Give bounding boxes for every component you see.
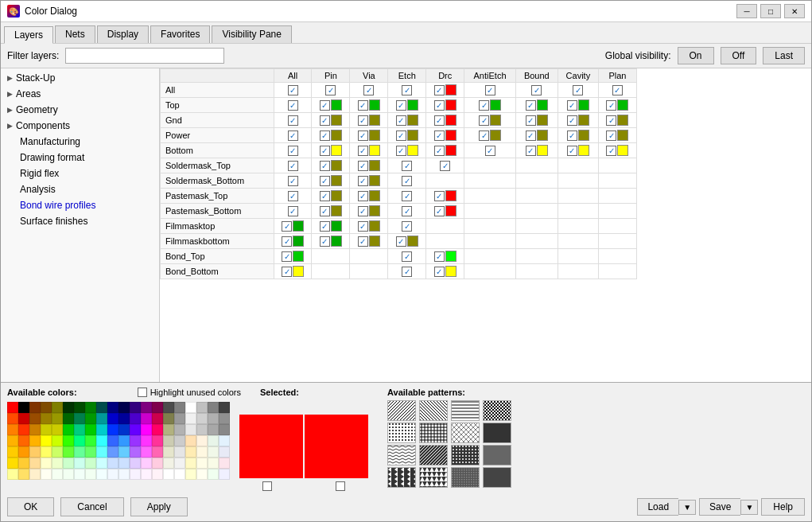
grid-color-box[interactable] xyxy=(331,190,342,201)
sidebar-item-rigid-flex[interactable]: Rigid flex xyxy=(1,166,159,181)
pattern-cell[interactable] xyxy=(387,467,416,488)
grid-color-box[interactable] xyxy=(369,145,380,156)
grid-cell[interactable] xyxy=(274,113,312,128)
grid-color-box[interactable] xyxy=(369,160,380,171)
grid-cell[interactable] xyxy=(350,249,388,264)
help-button[interactable]: Help xyxy=(761,498,805,516)
grid-cell[interactable] xyxy=(464,143,516,158)
grid-checkbox[interactable] xyxy=(358,161,368,171)
color-cell[interactable] xyxy=(152,469,163,480)
pattern-cell[interactable] xyxy=(419,423,448,443)
color-cell[interactable] xyxy=(85,413,96,424)
grid-checkbox[interactable] xyxy=(358,236,368,247)
grid-color-box[interactable] xyxy=(369,190,380,201)
color-cell[interactable] xyxy=(96,413,107,424)
grid-cell[interactable] xyxy=(350,113,388,128)
pattern-cell[interactable] xyxy=(451,467,480,488)
color-cell[interactable] xyxy=(29,469,41,480)
grid-cell[interactable] xyxy=(598,173,636,189)
color-cell[interactable] xyxy=(74,402,85,413)
color-cell[interactable] xyxy=(141,458,152,469)
grid-cell[interactable] xyxy=(515,264,558,279)
visibility-off-button[interactable]: Off xyxy=(721,47,757,64)
color-cell[interactable] xyxy=(208,469,219,480)
color-cell[interactable] xyxy=(29,413,41,424)
tab-display[interactable]: Display xyxy=(97,25,149,43)
grid-cell[interactable] xyxy=(464,249,516,264)
grid-color-box[interactable] xyxy=(537,130,548,141)
grid-cell[interactable] xyxy=(274,98,312,113)
color-cell[interactable] xyxy=(163,435,174,446)
color-cell[interactable] xyxy=(18,446,29,458)
grid-color-box[interactable] xyxy=(490,130,501,141)
grid-checkbox[interactable] xyxy=(282,236,292,247)
grid-cell[interactable] xyxy=(388,158,426,173)
grid-cell[interactable] xyxy=(388,264,426,279)
grid-checkbox[interactable] xyxy=(402,85,412,95)
sidebar-item-manufacturing[interactable]: Manufacturing xyxy=(1,134,159,150)
grid-color-box[interactable] xyxy=(331,205,342,216)
color-cell[interactable] xyxy=(7,413,18,424)
grid-color-box[interactable] xyxy=(407,99,418,111)
color-cell[interactable] xyxy=(130,413,141,424)
color-cell[interactable] xyxy=(74,469,85,480)
color-cell[interactable] xyxy=(63,435,74,446)
color-cell[interactable] xyxy=(7,424,18,435)
grid-color-box[interactable] xyxy=(578,145,589,156)
grid-cell[interactable] xyxy=(388,189,426,204)
grid-color-box[interactable] xyxy=(617,145,628,156)
color-cell[interactable] xyxy=(96,424,107,435)
grid-color-box[interactable] xyxy=(578,115,589,126)
grid-cell[interactable] xyxy=(312,189,350,204)
color-cell[interactable] xyxy=(118,413,130,424)
color-cell[interactable] xyxy=(63,402,74,413)
grid-checkbox[interactable] xyxy=(288,161,298,171)
grid-cell[interactable] xyxy=(312,83,350,98)
pattern-cell[interactable] xyxy=(387,445,416,466)
grid-color-box[interactable] xyxy=(407,145,418,156)
color-cell[interactable] xyxy=(107,424,118,435)
grid-checkbox[interactable] xyxy=(288,176,298,186)
grid-checkbox[interactable] xyxy=(567,130,577,141)
grid-cell[interactable] xyxy=(558,234,598,249)
pattern-cell[interactable] xyxy=(387,400,416,421)
grid-cell[interactable] xyxy=(274,204,312,219)
grid-cell[interactable] xyxy=(558,173,598,189)
grid-checkbox[interactable] xyxy=(396,146,406,156)
color-cell[interactable] xyxy=(74,424,85,435)
grid-cell[interactable] xyxy=(388,128,426,143)
grid-cell[interactable] xyxy=(598,128,636,143)
grid-cell[interactable] xyxy=(558,158,598,173)
grid-color-box[interactable] xyxy=(445,99,457,111)
grid-checkbox[interactable] xyxy=(288,100,298,111)
grid-cell[interactable] xyxy=(464,219,516,234)
grid-cell[interactable] xyxy=(464,98,516,113)
grid-cell[interactable] xyxy=(388,173,426,189)
color-cell[interactable] xyxy=(118,435,130,446)
grid-cell[interactable] xyxy=(312,204,350,219)
grid-checkbox[interactable] xyxy=(402,221,412,232)
grid-cell[interactable] xyxy=(312,128,350,143)
grid-cell[interactable] xyxy=(312,234,350,249)
grid-cell[interactable] xyxy=(598,113,636,128)
color-cell[interactable] xyxy=(107,402,118,413)
color-cell[interactable] xyxy=(174,402,185,413)
grid-cell[interactable] xyxy=(350,158,388,173)
grid-color-box[interactable] xyxy=(445,84,457,95)
grid-cell[interactable] xyxy=(464,264,516,279)
grid-checkbox[interactable] xyxy=(363,85,374,95)
sidebar-item-drawing-format[interactable]: Drawing format xyxy=(1,150,159,166)
color-cell[interactable] xyxy=(52,402,63,413)
filter-input[interactable] xyxy=(65,48,224,64)
color-cell[interactable] xyxy=(107,469,118,480)
grid-cell[interactable] xyxy=(464,189,516,204)
color-cell[interactable] xyxy=(63,446,74,458)
color-cell[interactable] xyxy=(196,435,208,446)
grid-checkbox[interactable] xyxy=(288,191,298,201)
color-cell[interactable] xyxy=(174,435,185,446)
color-cell[interactable] xyxy=(52,446,63,458)
grid-color-box[interactable] xyxy=(537,145,548,156)
grid-cell[interactable] xyxy=(598,158,636,173)
grid-color-box[interactable] xyxy=(293,220,304,232)
grid-cell[interactable] xyxy=(515,234,558,249)
